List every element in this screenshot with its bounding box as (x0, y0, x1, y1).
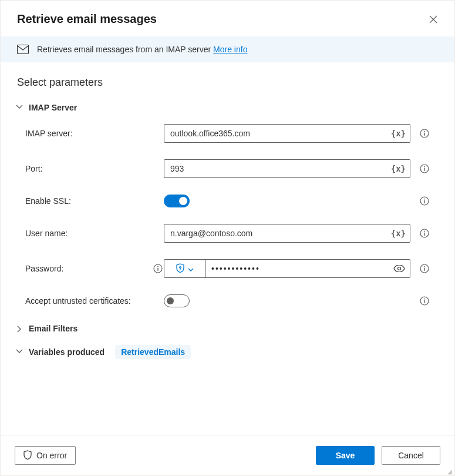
info-icon[interactable] (415, 264, 434, 273)
close-icon[interactable] (429, 15, 438, 24)
on-error-button[interactable]: On error (15, 446, 76, 465)
mail-icon (17, 45, 29, 54)
shield-icon (176, 263, 184, 274)
label-enable-ssl: Enable SSL: (25, 196, 164, 206)
row-password: Password: (25, 259, 438, 278)
info-icon[interactable] (152, 264, 164, 273)
row-username: User name: {x} (25, 224, 438, 243)
svg-point-5 (424, 166, 425, 167)
svg-rect-6 (424, 168, 424, 171)
password-type-dropdown[interactable] (164, 260, 205, 277)
cancel-button[interactable]: Cancel (382, 446, 440, 465)
section-filters-heading: Email Filters (29, 324, 77, 333)
svg-point-19 (424, 266, 425, 267)
label-password: Password: (25, 264, 63, 273)
label-accept-untrusted: Accept untrusted certificates: (25, 296, 164, 306)
section-imap-heading: IMAP Server (29, 103, 77, 112)
on-error-label: On error (36, 451, 67, 460)
section-title: Select parameters (17, 76, 438, 89)
chevron-down-icon (188, 264, 194, 273)
reveal-password-icon[interactable] (389, 260, 410, 277)
row-enable-ssl: Enable SSL: (25, 195, 438, 207)
banner-description: Retrieves email messages from an IMAP se… (37, 45, 213, 54)
svg-rect-20 (424, 268, 424, 271)
svg-point-11 (424, 231, 425, 232)
section-imap-server[interactable]: IMAP Server (17, 103, 438, 112)
section-variables-heading: Variables produced (29, 347, 105, 357)
svg-rect-23 (424, 300, 424, 303)
dialog-header: Retrieve email messages (1, 1, 454, 36)
shield-outline-icon (23, 450, 32, 461)
chevron-right-icon (17, 349, 23, 355)
svg-rect-12 (424, 233, 424, 236)
svg-point-8 (424, 199, 425, 200)
input-port[interactable] (164, 159, 410, 178)
save-button[interactable]: Save (316, 446, 375, 465)
info-icon[interactable] (415, 196, 434, 206)
section-email-filters[interactable]: Email Filters (17, 324, 438, 333)
more-info-link[interactable]: More info (213, 45, 247, 54)
info-icon[interactable] (415, 164, 434, 173)
dialog-body: Select parameters IMAP Server IMAP serve… (1, 62, 454, 435)
info-icon[interactable] (415, 129, 434, 138)
svg-rect-0 (18, 45, 29, 54)
variable-chip[interactable]: RetrievedEmails (115, 345, 191, 359)
chevron-down-icon (17, 105, 23, 110)
info-banner: Retrieves email messages from an IMAP se… (1, 36, 454, 62)
info-icon[interactable] (415, 296, 434, 306)
resize-grip-icon[interactable]: ◢ (447, 471, 452, 473)
dialog-footer: On error Save Cancel ◢ (1, 435, 454, 475)
svg-rect-3 (424, 133, 424, 136)
banner-text: Retrieves email messages from an IMAP se… (37, 45, 247, 54)
imap-fields: IMAP server: {x} Port: {x} Enable SSL: (17, 124, 438, 307)
input-password[interactable] (205, 260, 389, 277)
svg-rect-9 (424, 200, 424, 203)
svg-rect-15 (157, 268, 158, 271)
info-icon[interactable] (415, 229, 434, 238)
section-variables-produced[interactable]: Variables produced RetrievedEmails (17, 345, 438, 359)
label-imap-server: IMAP server: (25, 129, 164, 138)
chevron-right-icon (17, 326, 23, 331)
svg-point-17 (398, 267, 401, 270)
svg-point-22 (424, 299, 425, 300)
dialog-title: Retrieve email messages (17, 12, 157, 26)
input-imap-server[interactable] (164, 124, 410, 143)
row-accept-untrusted: Accept untrusted certificates: (25, 294, 438, 307)
svg-point-14 (157, 266, 159, 267)
svg-point-16 (179, 266, 181, 268)
label-username: User name: (25, 229, 164, 238)
toggle-accept-untrusted[interactable] (164, 294, 190, 307)
row-imap-server: IMAP server: {x} (25, 124, 438, 143)
toggle-enable-ssl[interactable] (164, 195, 190, 207)
label-port: Port: (25, 164, 164, 173)
input-username[interactable] (164, 224, 410, 243)
svg-point-2 (424, 131, 425, 132)
row-port: Port: {x} (25, 159, 438, 178)
